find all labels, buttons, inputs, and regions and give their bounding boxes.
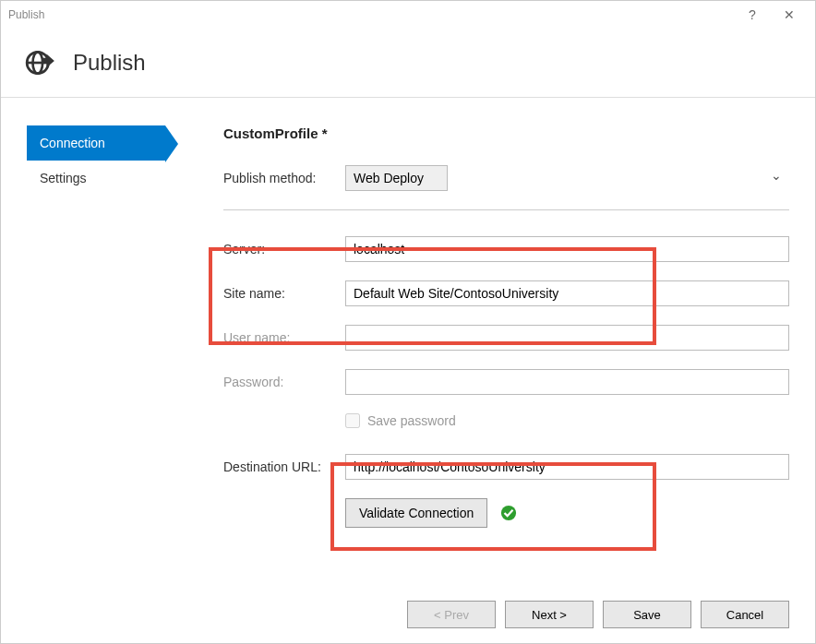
profile-name: CustomProfile * [223,125,789,141]
site-name-label: Site name: [223,286,345,301]
divider [223,209,789,210]
content-panel: CustomProfile * Publish method: Web Depl… [181,125,815,586]
success-check-icon [500,505,517,521]
save-button[interactable]: Save [603,601,691,628]
destination-url-label: Destination URL: [223,459,345,474]
dialog-footer: < Prev Next > Save Cancel [1,586,815,643]
window-title: Publish [8,8,44,21]
tab-settings[interactable]: Settings [27,161,165,196]
dialog-header: Publish [1,29,815,98]
user-name-input[interactable] [345,325,789,351]
svg-point-3 [501,506,516,520]
help-button[interactable]: ? [734,1,771,29]
publish-method-select[interactable]: Web Deploy [345,165,448,191]
cancel-button[interactable]: Cancel [701,601,789,628]
globe-publish-icon [25,47,56,78]
save-password-checkbox[interactable] [345,413,360,428]
password-label: Password: [223,375,345,389]
titlebar: Publish ? ✕ [1,1,815,29]
publish-method-label: Publish method: [223,171,345,185]
site-name-input[interactable] [345,280,789,306]
password-input[interactable] [345,369,789,395]
server-input[interactable] [345,236,789,262]
server-label: Server: [223,242,345,256]
page-title: Publish [73,50,146,76]
destination-url-input[interactable] [345,454,789,480]
sidebar: Connection Settings [1,125,181,586]
next-button[interactable]: Next > [505,601,594,628]
save-password-label: Save password [367,413,456,428]
user-name-label: User name: [223,330,345,345]
close-button[interactable]: ✕ [771,1,808,29]
tab-connection[interactable]: Connection [27,125,165,161]
prev-button[interactable]: < Prev [407,601,496,628]
validate-connection-button[interactable]: Validate Connection [345,498,487,528]
